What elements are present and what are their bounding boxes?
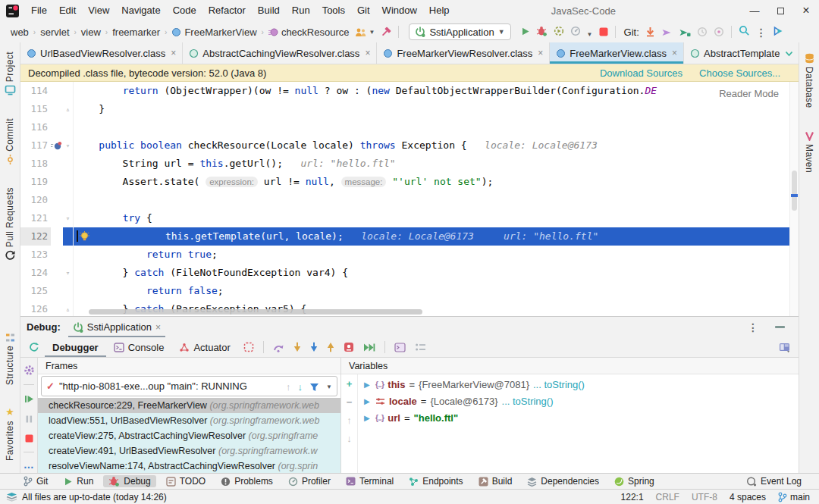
editor-line-124[interactable]: 124▿ } catch (FileNotFoundException var4… — [20, 264, 799, 282]
view-breakpoints-button[interactable] — [240, 340, 258, 355]
close-icon[interactable]: × — [538, 48, 543, 58]
stack-frame-row[interactable]: resolveViewName:174, AbstractCachingView… — [38, 459, 340, 473]
menu-refactor[interactable]: Refactor — [202, 0, 252, 21]
step-out-button[interactable] — [323, 340, 338, 355]
code-text[interactable]: return false; — [74, 282, 799, 300]
tostring-link[interactable]: ... toString() — [502, 396, 554, 407]
menu-build[interactable]: Build — [252, 0, 286, 21]
push-button[interactable] — [658, 27, 676, 39]
breadcrumb-item[interactable]: freemarker — [109, 27, 163, 38]
code-text[interactable]: String url = this.getUrl(); url: "hello.… — [74, 155, 799, 173]
debug-tab-debugger[interactable]: Debugger — [45, 337, 106, 357]
menu-navigate[interactable]: Navigate — [115, 0, 166, 21]
reader-mode-toggle[interactable]: Reader Mode — [711, 88, 779, 99]
code-text[interactable] — [74, 191, 799, 209]
run-configuration-select[interactable]: SstiApplication ▼ — [409, 23, 510, 40]
more-h-button[interactable]: ⋯ — [24, 460, 34, 473]
settings-button[interactable] — [24, 364, 35, 376]
menu-run[interactable]: Run — [286, 0, 316, 21]
hammer-button[interactable] — [378, 25, 394, 39]
filter-button[interactable] — [309, 380, 319, 392]
editor-line-116[interactable]: 116 — [20, 118, 799, 136]
intention-bulb-icon[interactable] — [80, 231, 89, 243]
history-button[interactable] — [694, 25, 711, 39]
menu-edit[interactable]: Edit — [53, 0, 82, 21]
evaluate-expression-button[interactable] — [391, 340, 410, 355]
view-options-button[interactable] — [411, 340, 430, 354]
menu-code[interactable]: Code — [167, 0, 202, 21]
dropdown-arrow-button[interactable]: ▼ — [326, 380, 332, 392]
toolwindow-button-problems[interactable]: Problems — [215, 475, 278, 487]
stop-red-button[interactable] — [25, 432, 33, 443]
toolwindow-button-event-log[interactable]: Event Log — [741, 475, 807, 487]
fold-marker[interactable]: ▿ — [63, 264, 74, 282]
code-text[interactable] — [74, 118, 799, 136]
editor-tab-freemarkerview-class[interactable]: FreeMarkerView.class× — [550, 42, 684, 64]
indent-indicator[interactable]: 4 spaces — [730, 492, 766, 502]
debug-button[interactable] — [533, 24, 551, 38]
stripe-button-favorites[interactable]: ★Favorites — [5, 402, 15, 465]
cursor-position[interactable]: 122:1 — [621, 492, 644, 502]
fold-marker[interactable]: ▵ — [63, 100, 74, 118]
tostring-link[interactable]: ... toString() — [533, 379, 585, 390]
editor-line-115[interactable]: 115▵ } — [20, 100, 799, 118]
editor-line-122[interactable]: 122 this.getTemplate(url, locale); local… — [20, 227, 799, 246]
up-disabled-button[interactable]: ↑ — [286, 380, 291, 392]
notification-link-download-sources[interactable]: Download Sources — [600, 67, 682, 79]
toolwindow-button-git[interactable]: Git — [18, 475, 53, 487]
more-options-button[interactable]: ⋮ — [745, 320, 761, 335]
search-everywhere-button[interactable] — [736, 23, 753, 38]
commit-and-push-button[interactable] — [676, 27, 694, 39]
run-button[interactable] — [517, 25, 533, 38]
menu-tools[interactable]: Tools — [316, 0, 351, 21]
breadcrumb-item[interactable]: FreeMarkerView — [168, 27, 259, 38]
stripe-button-database[interactable]: Database — [804, 49, 814, 113]
layout-settings-button[interactable] — [775, 340, 794, 355]
resume-button[interactable] — [24, 393, 34, 404]
step-into-button[interactable] — [290, 340, 305, 355]
notification-link-choose-sources-[interactable]: Choose Sources... — [699, 67, 780, 79]
rerun-button[interactable] — [25, 340, 43, 355]
stack-frame-row[interactable]: createView:491, UrlBasedViewResolver (or… — [38, 443, 340, 459]
code-text[interactable]: public boolean checkResource(Locale loca… — [74, 136, 799, 155]
variable-row-this[interactable]: ▶{..}this = {FreeMarkerView@7081} ... to… — [358, 376, 799, 393]
editor-line-117[interactable]: 117▿ public boolean checkResource(Locale… — [20, 136, 799, 155]
expand-chevron-icon[interactable]: ▶ — [364, 414, 372, 422]
code-text[interactable]: Assert.state( expression: url != null, m… — [74, 173, 799, 191]
hide-button[interactable] — [772, 324, 788, 330]
editor-line-114[interactable]: 114 return (ObjectWrapper)(ow != null ? … — [20, 82, 799, 100]
editor-line-125[interactable]: 125 return false; — [20, 282, 799, 300]
stack-frame-row[interactable]: createView:275, AbstractCachingViewResol… — [38, 428, 340, 443]
menu-git[interactable]: Git — [351, 0, 376, 21]
toolwindow-button-endpoints[interactable]: Endpoints — [403, 475, 468, 487]
add-watch-button[interactable]: + — [347, 377, 353, 389]
code-editor[interactable]: 114 return (ObjectWrapper)(ow != null ? … — [20, 82, 799, 316]
stack-frame-row[interactable]: checkResource:229, FreeMarkerView (org.s… — [38, 398, 340, 413]
close-icon[interactable]: × — [672, 48, 677, 58]
code-text[interactable]: return true; — [74, 246, 799, 264]
breadcrumb-item[interactable]: servlet — [37, 27, 72, 38]
more-options-button[interactable]: ⋮ — [753, 25, 770, 40]
editor-line-120[interactable]: 120 — [20, 191, 799, 209]
expand-chevron-icon[interactable]: ▶ — [364, 397, 372, 405]
breadcrumb-item[interactable]: web — [8, 27, 32, 38]
variable-row-url[interactable]: ▶{..}url = "hello.ftl" — [358, 409, 799, 426]
toolwindow-button-terminal[interactable]: Terminal — [340, 475, 399, 487]
variable-row-locale[interactable]: ▶locale = {Locale@6173} ... toString() — [358, 393, 799, 409]
editor-line-123[interactable]: 123 return true; — [20, 246, 799, 264]
editor-tab-urlbasedviewresolver-class[interactable]: UrlBasedViewResolver.class× — [20, 42, 183, 64]
breadcrumb-item[interactable]: view — [78, 27, 104, 38]
close-button[interactable]: × — [793, 0, 819, 21]
toolwindow-button-spring[interactable]: Spring — [609, 475, 660, 487]
stripe-button-pull-requests[interactable]: Pull Requests — [5, 183, 15, 265]
close-icon[interactable]: × — [171, 48, 176, 58]
force-step-into-button[interactable] — [306, 340, 322, 355]
toolwindow-button-profiler[interactable]: Profiler — [283, 475, 336, 487]
line-ending-indicator[interactable]: CRLF — [656, 492, 679, 502]
git-branch-widget[interactable]: main — [778, 492, 810, 502]
profiler-button[interactable] — [567, 24, 584, 38]
code-text[interactable]: } catch (FileNotFoundException var4) { — [74, 264, 799, 282]
thread-selector[interactable]: ✓ "http-nio-8081-exe...oup "main": RUNNI… — [41, 376, 337, 396]
up-small-button[interactable]: ↑ — [347, 414, 352, 425]
fold-marker[interactable]: ▿ — [63, 136, 74, 155]
